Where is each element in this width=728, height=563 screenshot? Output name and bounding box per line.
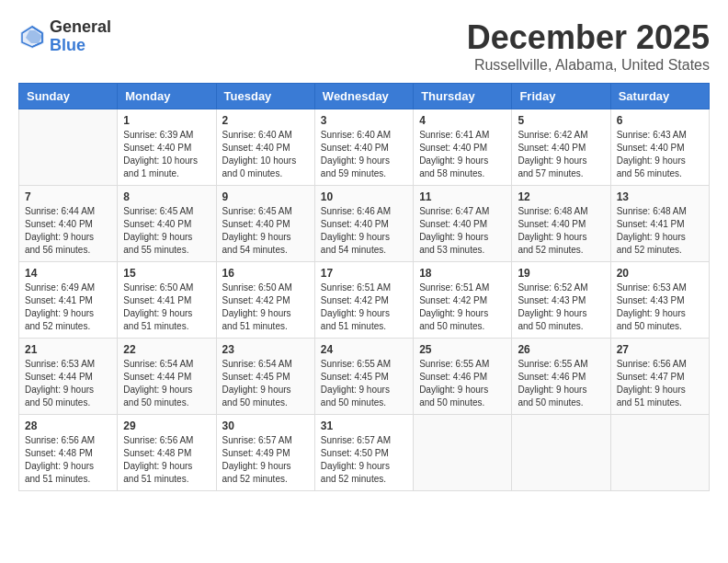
calendar-cell: 16Sunrise: 6:50 AM Sunset: 4:42 PM Dayli…	[216, 262, 314, 339]
day-info: Sunrise: 6:40 AM Sunset: 4:40 PM Dayligh…	[321, 129, 407, 180]
day-info: Sunrise: 6:56 AM Sunset: 4:47 PM Dayligh…	[617, 358, 703, 409]
logo-text: General Blue	[50, 18, 111, 55]
calendar-cell: 31Sunrise: 6:57 AM Sunset: 4:50 PM Dayli…	[314, 415, 413, 491]
calendar-cell: 24Sunrise: 6:55 AM Sunset: 4:45 PM Dayli…	[314, 339, 413, 415]
calendar-body: 1Sunrise: 6:39 AM Sunset: 4:40 PM Daylig…	[19, 109, 710, 491]
day-number: 28	[25, 419, 111, 432]
calendar-cell: 22Sunrise: 6:54 AM Sunset: 4:44 PM Dayli…	[118, 339, 216, 415]
logo-blue: Blue	[50, 37, 111, 55]
calendar-cell: 5Sunrise: 6:42 AM Sunset: 4:40 PM Daylig…	[512, 109, 610, 186]
logo: General Blue	[18, 18, 111, 55]
weekday-header-tuesday: Tuesday	[216, 84, 314, 109]
calendar-cell: 20Sunrise: 6:53 AM Sunset: 4:43 PM Dayli…	[610, 262, 709, 339]
logo-icon	[18, 23, 46, 51]
calendar-cell: 9Sunrise: 6:45 AM Sunset: 4:40 PM Daylig…	[216, 186, 314, 262]
calendar-cell: 1Sunrise: 6:39 AM Sunset: 4:40 PM Daylig…	[118, 109, 216, 186]
calendar-cell: 4Sunrise: 6:41 AM Sunset: 4:40 PM Daylig…	[414, 109, 512, 186]
calendar-cell: 11Sunrise: 6:47 AM Sunset: 4:40 PM Dayli…	[414, 186, 512, 262]
calendar-cell: 28Sunrise: 6:56 AM Sunset: 4:48 PM Dayli…	[19, 415, 118, 491]
day-info: Sunrise: 6:57 AM Sunset: 4:49 PM Dayligh…	[222, 434, 309, 486]
day-info: Sunrise: 6:48 AM Sunset: 4:41 PM Dayligh…	[617, 205, 703, 257]
day-info: Sunrise: 6:55 AM Sunset: 4:46 PM Dayligh…	[419, 358, 506, 409]
week-row-2: 7Sunrise: 6:44 AM Sunset: 4:40 PM Daylig…	[19, 186, 710, 262]
day-info: Sunrise: 6:56 AM Sunset: 4:48 PM Dayligh…	[123, 434, 210, 486]
day-number: 17	[321, 267, 407, 280]
day-info: Sunrise: 6:54 AM Sunset: 4:45 PM Dayligh…	[222, 358, 309, 409]
weekday-header-row: SundayMondayTuesdayWednesdayThursdayFrid…	[19, 84, 710, 109]
day-info: Sunrise: 6:44 AM Sunset: 4:40 PM Dayligh…	[25, 205, 111, 257]
day-info: Sunrise: 6:47 AM Sunset: 4:40 PM Dayligh…	[419, 205, 506, 257]
weekday-header-sunday: Sunday	[19, 84, 118, 109]
calendar-cell: 3Sunrise: 6:40 AM Sunset: 4:40 PM Daylig…	[314, 109, 413, 186]
calendar-cell: 30Sunrise: 6:57 AM Sunset: 4:49 PM Dayli…	[216, 415, 314, 491]
day-info: Sunrise: 6:48 AM Sunset: 4:40 PM Dayligh…	[518, 205, 604, 257]
day-info: Sunrise: 6:39 AM Sunset: 4:40 PM Dayligh…	[123, 129, 210, 180]
logo-general: General	[50, 18, 111, 37]
calendar-cell	[19, 109, 118, 186]
day-number: 9	[222, 190, 309, 203]
weekday-header-friday: Friday	[512, 84, 610, 109]
calendar-cell: 8Sunrise: 6:45 AM Sunset: 4:40 PM Daylig…	[118, 186, 216, 262]
day-info: Sunrise: 6:55 AM Sunset: 4:45 PM Dayligh…	[321, 358, 407, 409]
calendar-cell	[414, 415, 512, 491]
day-info: Sunrise: 6:40 AM Sunset: 4:40 PM Dayligh…	[222, 129, 309, 180]
day-info: Sunrise: 6:41 AM Sunset: 4:40 PM Dayligh…	[419, 129, 506, 180]
day-number: 2	[222, 114, 309, 127]
day-info: Sunrise: 6:45 AM Sunset: 4:40 PM Dayligh…	[222, 205, 309, 257]
subtitle: Russellville, Alabama, United States	[467, 57, 710, 74]
calendar-cell: 12Sunrise: 6:48 AM Sunset: 4:40 PM Dayli…	[512, 186, 610, 262]
day-info: Sunrise: 6:46 AM Sunset: 4:40 PM Dayligh…	[321, 205, 407, 257]
day-number: 19	[518, 267, 604, 280]
weekday-header-saturday: Saturday	[610, 84, 709, 109]
day-number: 4	[419, 114, 506, 127]
day-number: 30	[222, 419, 309, 432]
day-number: 1	[123, 114, 210, 127]
day-number: 18	[419, 267, 506, 280]
weekday-header-monday: Monday	[118, 84, 216, 109]
day-number: 6	[617, 114, 703, 127]
weekday-header-thursday: Thursday	[414, 84, 512, 109]
day-number: 10	[321, 190, 407, 203]
calendar-cell: 29Sunrise: 6:56 AM Sunset: 4:48 PM Dayli…	[118, 415, 216, 491]
week-row-3: 14Sunrise: 6:49 AM Sunset: 4:41 PM Dayli…	[19, 262, 710, 339]
calendar-cell: 15Sunrise: 6:50 AM Sunset: 4:41 PM Dayli…	[118, 262, 216, 339]
day-number: 3	[321, 114, 407, 127]
day-number: 7	[25, 190, 111, 203]
day-number: 27	[617, 343, 703, 356]
calendar-cell: 21Sunrise: 6:53 AM Sunset: 4:44 PM Dayli…	[19, 339, 118, 415]
day-number: 21	[25, 343, 111, 356]
day-info: Sunrise: 6:50 AM Sunset: 4:41 PM Dayligh…	[123, 282, 210, 333]
calendar-cell: 14Sunrise: 6:49 AM Sunset: 4:41 PM Dayli…	[19, 262, 118, 339]
day-info: Sunrise: 6:51 AM Sunset: 4:42 PM Dayligh…	[419, 282, 506, 333]
day-number: 29	[123, 419, 210, 432]
calendar-cell: 13Sunrise: 6:48 AM Sunset: 4:41 PM Dayli…	[610, 186, 709, 262]
calendar-header: SundayMondayTuesdayWednesdayThursdayFrid…	[19, 84, 710, 109]
calendar-cell	[512, 415, 610, 491]
day-number: 26	[518, 343, 604, 356]
calendar-table: SundayMondayTuesdayWednesdayThursdayFrid…	[18, 83, 710, 491]
header: General Blue December 2025 Russellville,…	[18, 18, 710, 74]
calendar-cell: 23Sunrise: 6:54 AM Sunset: 4:45 PM Dayli…	[216, 339, 314, 415]
day-number: 13	[617, 190, 703, 203]
day-info: Sunrise: 6:53 AM Sunset: 4:44 PM Dayligh…	[25, 358, 111, 409]
calendar-cell: 18Sunrise: 6:51 AM Sunset: 4:42 PM Dayli…	[414, 262, 512, 339]
main-title: December 2025	[467, 18, 710, 57]
calendar-cell	[610, 415, 709, 491]
page-container: General Blue December 2025 Russellville,…	[18, 18, 710, 491]
day-number: 11	[419, 190, 506, 203]
day-number: 25	[419, 343, 506, 356]
weekday-header-wednesday: Wednesday	[314, 84, 413, 109]
calendar-cell: 17Sunrise: 6:51 AM Sunset: 4:42 PM Dayli…	[314, 262, 413, 339]
day-info: Sunrise: 6:56 AM Sunset: 4:48 PM Dayligh…	[25, 434, 111, 486]
week-row-4: 21Sunrise: 6:53 AM Sunset: 4:44 PM Dayli…	[19, 339, 710, 415]
day-number: 5	[518, 114, 604, 127]
day-info: Sunrise: 6:52 AM Sunset: 4:43 PM Dayligh…	[518, 282, 604, 333]
day-number: 14	[25, 267, 111, 280]
day-info: Sunrise: 6:49 AM Sunset: 4:41 PM Dayligh…	[25, 282, 111, 333]
calendar-cell: 6Sunrise: 6:43 AM Sunset: 4:40 PM Daylig…	[610, 109, 709, 186]
title-section: December 2025 Russellville, Alabama, Uni…	[467, 18, 710, 74]
day-number: 8	[123, 190, 210, 203]
week-row-1: 1Sunrise: 6:39 AM Sunset: 4:40 PM Daylig…	[19, 109, 710, 186]
day-number: 31	[321, 419, 407, 432]
day-info: Sunrise: 6:54 AM Sunset: 4:44 PM Dayligh…	[123, 358, 210, 409]
